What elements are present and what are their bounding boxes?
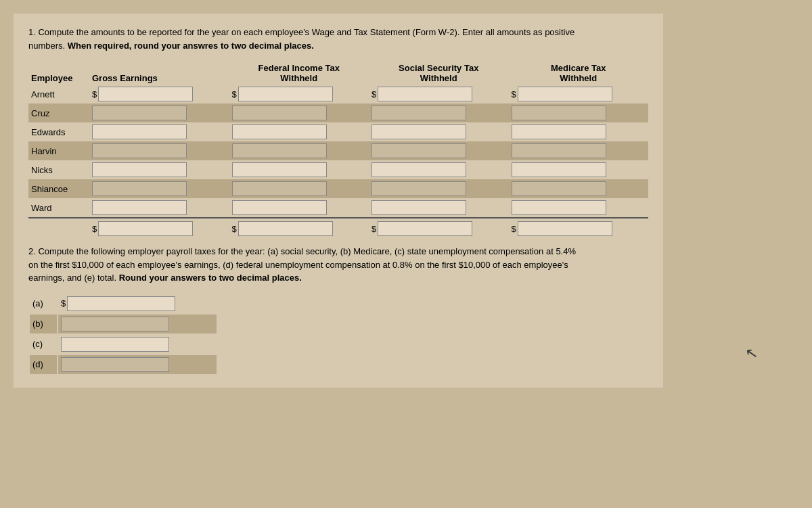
table-row: Nicks <box>28 160 648 179</box>
table-row: Shiancoe <box>28 179 648 198</box>
gross-input[interactable] <box>92 143 187 158</box>
section2-input-(d)[interactable] <box>61 357 169 372</box>
federal-cell <box>229 141 369 160</box>
medicare-cell <box>509 160 649 179</box>
dollar-sign: $ <box>61 298 66 308</box>
federal-input[interactable] <box>238 87 333 101</box>
social-cell <box>369 122 509 141</box>
total-row: $ $ $ $ <box>28 218 648 238</box>
gross-input[interactable] <box>92 106 187 120</box>
gross-cell <box>89 179 229 198</box>
section2-row: (b) <box>30 315 217 333</box>
social-input[interactable] <box>371 124 466 139</box>
medicare-input[interactable] <box>512 181 606 196</box>
total-medicare-input[interactable] <box>518 221 612 236</box>
medicare-input[interactable] <box>512 200 606 215</box>
medicare-input[interactable] <box>512 162 606 177</box>
total-social-cell: $ <box>369 218 509 238</box>
instructions2-part3: earnings, and (e) total. <box>28 273 116 283</box>
medicare-input[interactable] <box>512 106 606 120</box>
total-social-input[interactable] <box>378 221 472 236</box>
employee-name: Shiancoe <box>28 179 89 198</box>
section2-input-cell <box>58 335 217 354</box>
section2-row: (c) <box>30 335 217 354</box>
dollar-sign: $ <box>512 224 516 234</box>
instructions1b-text: numbers. <box>28 41 65 51</box>
federal-cell <box>229 122 369 141</box>
gross-input[interactable] <box>98 87 193 101</box>
section2-input-cell <box>58 355 217 374</box>
social-input[interactable] <box>371 106 466 120</box>
medicare-cell <box>509 198 649 218</box>
dollar-sign: $ <box>92 224 97 234</box>
medicare-cell <box>509 103 649 122</box>
gross-input[interactable] <box>92 162 187 177</box>
table-row: Ward <box>28 198 648 218</box>
table-row: Cruz <box>28 103 648 122</box>
gross-input[interactable] <box>92 200 187 215</box>
gross-input[interactable] <box>92 124 187 139</box>
gross-cell <box>89 198 229 218</box>
section2-input-(a)[interactable] <box>67 296 175 311</box>
gross-header: Gross Earnings <box>89 62 229 85</box>
social-cell <box>369 160 509 179</box>
table-row: Arnett $ $ $ $ <box>28 85 648 103</box>
federal-input[interactable] <box>232 200 327 215</box>
medicare-input[interactable] <box>512 143 606 158</box>
federal-cell: $ <box>229 85 369 103</box>
federal-input[interactable] <box>232 181 327 196</box>
social-input[interactable] <box>378 87 472 101</box>
gross-cell <box>89 160 229 179</box>
section2-input-cell: $ <box>58 294 217 313</box>
social-cell <box>369 198 509 218</box>
federal-input[interactable] <box>232 106 327 120</box>
section2-label: (c) <box>30 335 57 354</box>
gross-cell <box>89 141 229 160</box>
instructions-section1: 1. Compute the amounts to be reported fo… <box>28 26 648 52</box>
total-federal-input[interactable] <box>238 221 333 236</box>
social-input[interactable] <box>371 162 466 177</box>
federal-cell <box>229 198 369 218</box>
federal-cell <box>229 103 369 122</box>
social-header: Social Security Tax Withheld <box>369 62 509 85</box>
instructions2-bold: Round your answers to two decimal places… <box>119 273 302 283</box>
medicare-input[interactable] <box>512 124 606 139</box>
gross-cell <box>89 122 229 141</box>
social-input[interactable] <box>371 181 466 196</box>
social-input[interactable] <box>371 143 466 158</box>
cursor-arrow: ↖ <box>744 344 759 364</box>
dollar-sign: $ <box>92 89 97 99</box>
employee-name: Nicks <box>28 160 89 179</box>
social-input[interactable] <box>371 200 466 215</box>
employee-name: Ward <box>28 198 89 218</box>
gross-input[interactable] <box>92 181 187 196</box>
section2-input-(c)[interactable] <box>61 337 169 352</box>
dollar-sign: $ <box>371 224 376 234</box>
medicare-input[interactable] <box>518 87 612 101</box>
section2-label: (b) <box>30 315 57 333</box>
section1-table: Employee Gross Earnings Federal Income T… <box>28 62 648 238</box>
instructions2-part2: on the first $10,000 of each employee's … <box>28 260 568 270</box>
employee-name: Arnett <box>28 85 89 103</box>
federal-input[interactable] <box>232 162 327 177</box>
instructions2-part1: 2. Compute the following employer payrol… <box>28 246 576 256</box>
section2-label: (a) <box>30 294 57 313</box>
employee-name: Edwards <box>28 122 89 141</box>
federal-header: Federal Income Tax Withheld <box>229 62 369 85</box>
medicare-cell: $ <box>509 85 649 103</box>
instructions1-text: 1. Compute the amounts to be reported fo… <box>28 27 574 37</box>
federal-input[interactable] <box>232 143 327 158</box>
dollar-sign: $ <box>371 89 376 99</box>
section2-row: (d) <box>30 355 217 374</box>
total-label <box>28 218 89 238</box>
social-cell: $ <box>369 85 509 103</box>
medicare-cell <box>509 179 649 198</box>
employee-header: Employee <box>28 62 89 85</box>
section2-label: (d) <box>30 355 57 374</box>
federal-input[interactable] <box>232 124 327 139</box>
total-gross-input[interactable] <box>98 221 193 236</box>
gross-cell: $ <box>89 85 229 103</box>
social-cell <box>369 103 509 122</box>
section2-input-(b)[interactable] <box>61 317 169 331</box>
total-gross-cell: $ <box>89 218 229 238</box>
